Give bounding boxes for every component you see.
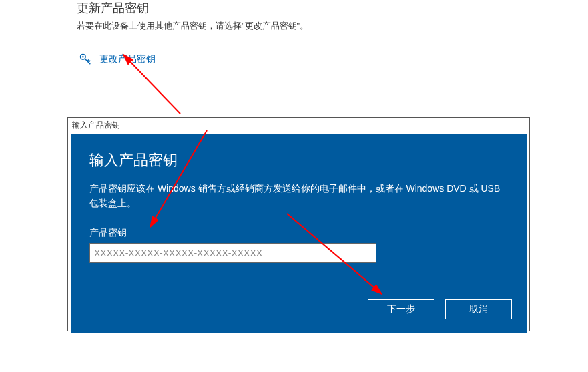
next-button[interactable]: 下一步 [368, 299, 434, 319]
dialog-description: 产品密钥应该在 Windows 销售方或经销商方发送给你的电子邮件中，或者在 W… [89, 181, 508, 211]
product-key-input[interactable] [89, 243, 376, 263]
change-product-key-link[interactable]: 更改产品密钥 [78, 52, 531, 67]
product-key-label: 产品密钥 [89, 227, 508, 239]
enter-product-key-dialog: 输入产品密钥 输入产品密钥 产品密钥应该在 Windows 销售方或经销商方发送… [67, 117, 530, 331]
change-product-key-link-label: 更改产品密钥 [99, 53, 156, 65]
key-icon [78, 52, 93, 67]
svg-point-1 [82, 56, 84, 58]
dialog-heading: 输入产品密钥 [89, 150, 508, 170]
settings-section-heading: 更新产品密钥 [77, 0, 531, 16]
cancel-button[interactable]: 取消 [445, 299, 512, 319]
settings-section-description: 若要在此设备上使用其他产品密钥，请选择"更改产品密钥"。 [77, 20, 531, 32]
dialog-titlebar: 输入产品密钥 [68, 118, 529, 133]
